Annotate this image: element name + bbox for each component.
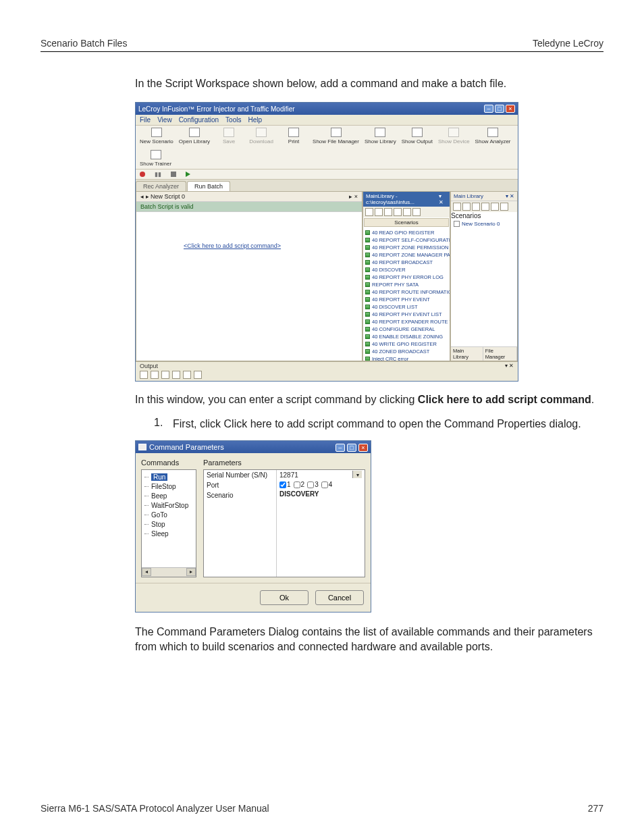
tab-main-library[interactable]: Main Library [451, 347, 483, 361]
tab-run-batch[interactable]: Run Batch [187, 181, 230, 191]
port-option[interactable]: 1 [279, 481, 291, 488]
lib-tool-icon[interactable] [365, 208, 373, 216]
ok-button[interactable]: Ok [260, 590, 308, 605]
lib-tool-icon[interactable] [375, 208, 383, 216]
toolbar-button[interactable]: Show Trainer [140, 150, 171, 167]
right-scenario-item[interactable]: New Scenario 0 [462, 221, 500, 227]
scenario-item[interactable]: 40 WRITE GPIO REGISTER [363, 340, 450, 348]
out-tool-icon[interactable] [183, 371, 191, 379]
scenario-item[interactable]: 40 DISCOVER LIST [363, 303, 450, 311]
tree-node[interactable]: GoTo [143, 511, 194, 520]
scenario-item[interactable]: 40 REPORT PHY EVENT [363, 296, 450, 303]
tab-rec-analyzer[interactable]: Rec Analyzer [136, 181, 186, 191]
out-tool-icon[interactable] [161, 371, 169, 379]
toolbar-button[interactable]: Show File Manager [313, 128, 359, 145]
lib-tool-icon[interactable] [394, 208, 402, 216]
toolbar-button[interactable]: Show Library [365, 128, 396, 145]
stop2-icon[interactable] [171, 172, 176, 177]
scenario-checkbox[interactable] [454, 221, 460, 227]
out-tool-icon[interactable] [140, 371, 148, 379]
port-checkbox[interactable] [307, 481, 314, 488]
out-tool-icon[interactable] [194, 371, 202, 379]
script-tab-controls[interactable]: ▸ × [349, 193, 358, 200]
dialog-maximize-icon[interactable]: □ [347, 444, 356, 452]
out-tool-icon[interactable] [151, 371, 159, 379]
main-library-controls[interactable]: ▾ ✕ [506, 193, 514, 199]
param-val-port[interactable]: 1234 [277, 480, 365, 489]
minimize-icon[interactable]: – [484, 105, 493, 113]
toolbar-button[interactable]: Show Output [402, 128, 433, 145]
script-tab[interactable]: New Script 0 [151, 193, 185, 200]
scenario-item[interactable]: 40 CONFIGURE GENERAL [363, 325, 450, 333]
mlib-tool-icon[interactable] [481, 203, 489, 211]
scenario-item[interactable]: 40 REPORT ZONE PERMISSION TABLE [363, 244, 450, 251]
tab-file-manager[interactable]: File Manager [483, 347, 517, 361]
commands-tree[interactable]: RunFileStopBeepWaitForStopGoToStopSleep◂… [141, 469, 196, 577]
scenario-item[interactable]: 40 ENABLE DISABLE ZONING [363, 333, 450, 340]
scenario-item[interactable]: 40 REPORT EXPANDER ROUTE TABLE LIS [363, 318, 450, 325]
toolbar-button[interactable]: Open Library [179, 128, 210, 145]
scenario-item[interactable]: 40 REPORT SELF-CONFIGURATION STAT [363, 236, 450, 244]
library-panel-controls[interactable]: ▾ ✕ [439, 193, 447, 205]
tree-node[interactable]: Stop [143, 520, 194, 529]
port-option[interactable]: 4 [321, 481, 333, 488]
chevron-down-icon[interactable]: ▾ [352, 471, 362, 478]
tree-node[interactable]: Sleep [143, 529, 194, 539]
toolbar-button[interactable]: New Scenario [140, 128, 173, 145]
scenario-item[interactable]: REPORT PHY SATA [363, 281, 450, 288]
tree-scrollbar[interactable]: ◂▸ [142, 567, 196, 577]
pause-icon[interactable]: ▮▮ [155, 171, 161, 178]
port-option[interactable]: 3 [307, 481, 319, 488]
scenario-item[interactable]: 40 REPORT ZONE MANAGER PASSWORD [363, 251, 450, 259]
menu-tools[interactable]: Tools [225, 116, 241, 124]
mlib-tool-icon[interactable] [462, 203, 471, 211]
dialog-close-icon[interactable]: × [358, 444, 368, 452]
menu-configuration[interactable]: Configuration [179, 116, 219, 124]
tree-node[interactable]: Beep [143, 492, 194, 501]
menu-view[interactable]: View [157, 116, 172, 124]
app-title: LeCroy InFusion™ Error Injector and Traf… [138, 105, 295, 113]
tree-node[interactable]: FileStop [143, 482, 194, 492]
record-icon[interactable] [140, 172, 145, 177]
scenario-item[interactable]: Inject CRC error [363, 355, 450, 361]
tree-node[interactable]: WaitForStop [143, 501, 194, 511]
toolbar-button[interactable]: Print [280, 128, 307, 145]
add-script-command-link[interactable]: <Click here to add script command> [184, 242, 281, 249]
cancel-button[interactable]: Cancel [315, 590, 364, 605]
app-titlebar: LeCroy InFusion™ Error Injector and Traf… [136, 103, 518, 115]
scenario-item[interactable]: 40 READ GPIO REGISTER [363, 229, 450, 236]
maximize-icon[interactable]: □ [495, 105, 504, 113]
mlib-tool-icon[interactable] [453, 203, 461, 211]
scenario-item[interactable]: 40 REPORT PHY ERROR LOG [363, 273, 450, 281]
mlib-tool-icon[interactable] [491, 203, 499, 211]
close-icon[interactable]: × [506, 105, 515, 113]
param-val-sn[interactable]: 12871▾ [277, 470, 365, 480]
lib-tool-icon[interactable] [403, 208, 411, 216]
tree-node[interactable]: Run [143, 473, 194, 482]
menu-file[interactable]: File [140, 116, 151, 124]
out-tool-icon[interactable] [172, 371, 180, 379]
scenario-item[interactable]: 40 ZONED BROADCAST [363, 348, 450, 355]
scenario-label: 40 REPORT BROADCAST [372, 259, 433, 266]
scenario-item[interactable]: 40 DISCOVER [363, 266, 450, 273]
mlib-tool-icon[interactable] [500, 203, 508, 211]
scenario-item[interactable]: 40 REPORT ROUTE INFORMATION [363, 288, 450, 296]
mlib-tool-icon[interactable] [472, 203, 480, 211]
scenario-list: 40 READ GPIO REGISTER40 REPORT SELF-CONF… [363, 228, 450, 361]
port-option[interactable]: 2 [294, 481, 305, 488]
dialog-minimize-icon[interactable]: – [336, 444, 345, 452]
scenario-item[interactable]: 40 REPORT PHY EVENT LIST [363, 311, 450, 318]
lib-tool-icon[interactable] [412, 208, 421, 216]
library-panel: MainLibrary - c:\lecroy\sasi\infus...▾ ✕… [363, 191, 450, 361]
analyzer-tabstrip: Rec Analyzer Run Batch [136, 180, 518, 191]
param-val-scenario[interactable]: DISCOVERY [277, 489, 365, 499]
play-icon[interactable] [186, 172, 190, 177]
scenario-item[interactable]: 40 REPORT BROADCAST [363, 259, 450, 266]
port-checkbox[interactable] [294, 481, 300, 488]
lib-tool-icon[interactable] [384, 208, 392, 216]
port-checkbox[interactable] [279, 481, 286, 488]
port-checkbox[interactable] [321, 481, 328, 488]
scenario-label: 40 REPORT PHY ERROR LOG [372, 273, 444, 281]
toolbar-button[interactable]: Show Analyzer [475, 128, 511, 145]
menu-help[interactable]: Help [248, 116, 262, 124]
